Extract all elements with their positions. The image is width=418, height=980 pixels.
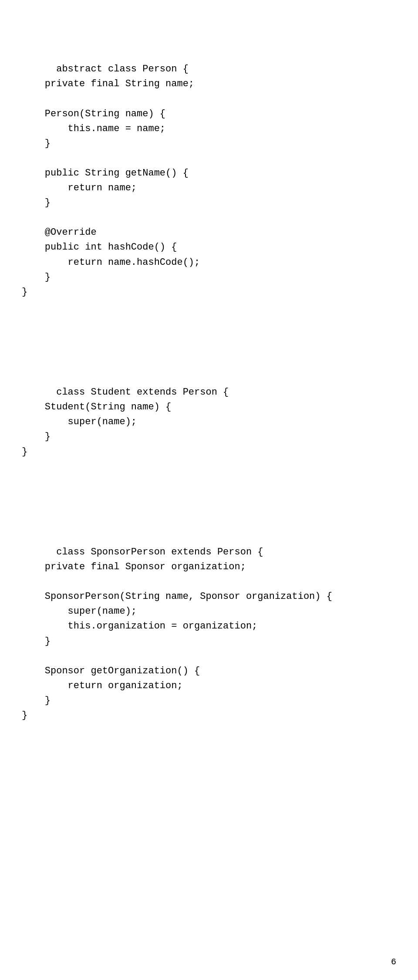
class-sponsor-person-section: class SponsorPerson extends Person { pri… xyxy=(22,530,396,738)
abstract-class-person-code: abstract class Person { private final St… xyxy=(22,64,200,297)
page-container: abstract class Person { private final St… xyxy=(0,0,418,980)
class-student-section: class Student extends Person { Student(S… xyxy=(22,370,396,474)
page-number: 6 xyxy=(391,957,396,967)
class-sponsor-person-code: class SponsorPerson extends Person { pri… xyxy=(22,547,332,721)
code-content: abstract class Person { private final St… xyxy=(22,17,396,794)
class-student-code: class Student extends Person { Student(S… xyxy=(22,387,229,457)
abstract-class-person-section: abstract class Person { private final St… xyxy=(22,47,396,314)
